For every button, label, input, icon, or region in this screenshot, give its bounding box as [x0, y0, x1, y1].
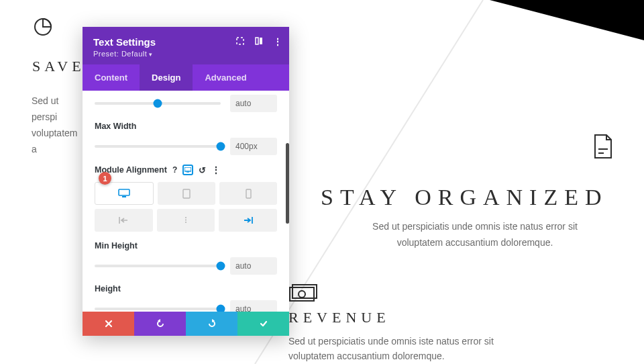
max-width-label: Max Width	[95, 122, 277, 131]
kebab-menu-icon[interactable]: ⋮	[273, 36, 282, 48]
min-height-input[interactable]: auto	[230, 257, 277, 275]
module-alignment-label: Module Alignment ? ↺ ⋮	[95, 165, 277, 175]
align-center-button[interactable]	[157, 209, 215, 232]
more-options-icon[interactable]: ⋮	[211, 167, 221, 173]
width-slider-truncated[interactable]	[95, 102, 221, 105]
svg-rect-9	[256, 38, 258, 44]
save-button[interactable]	[237, 312, 289, 336]
tab-content[interactable]: Content	[83, 64, 140, 91]
panel-footer	[83, 312, 289, 336]
tab-bar: Content Design Advanced	[83, 64, 289, 91]
cancel-button[interactable]	[83, 312, 134, 336]
svg-rect-15	[183, 189, 190, 198]
align-left-button[interactable]	[95, 209, 153, 232]
device-phone-button[interactable]	[219, 182, 277, 205]
text-settings-panel: Text Settings Preset: Default ⋮ Content …	[83, 27, 289, 336]
tab-advanced[interactable]: Advanced	[193, 64, 258, 91]
height-slider[interactable]	[95, 308, 221, 310]
tab-design[interactable]: Design	[140, 64, 193, 91]
panel-body: auto Max Width 400px Module Alignment ? …	[83, 91, 289, 312]
redo-button[interactable]	[186, 312, 237, 336]
save-body-text: Sed ut perspi voluptatem a	[32, 93, 85, 157]
min-height-label: Min Height	[95, 241, 277, 251]
help-icon[interactable]: ?	[172, 165, 177, 175]
annotation-badge-1: 1	[99, 172, 111, 185]
svg-rect-14	[122, 196, 126, 197]
height-input[interactable]: auto	[230, 300, 277, 312]
svg-point-6	[299, 291, 305, 298]
svg-rect-8	[237, 38, 244, 44]
expand-icon[interactable]	[235, 36, 245, 48]
undo-button[interactable]	[134, 312, 186, 336]
responsive-toggle-icon[interactable]	[182, 165, 193, 175]
width-value-truncated[interactable]: auto	[230, 95, 277, 112]
revenue-text: Sed ut perspiciatis unde omnis iste natu…	[288, 334, 517, 363]
pie-chart-icon	[32, 16, 54, 38]
panel-header[interactable]: Text Settings Preset: Default ⋮	[83, 27, 289, 64]
max-width-input[interactable]: 400px	[230, 138, 277, 155]
height-label: Height	[95, 284, 277, 293]
scrollbar-thumb[interactable]	[286, 143, 289, 224]
device-tablet-button[interactable]	[158, 182, 215, 205]
max-width-slider[interactable]	[95, 145, 221, 148]
svg-rect-10	[260, 38, 262, 44]
svg-rect-16	[246, 189, 251, 198]
preset-dropdown[interactable]: Preset: Default	[93, 50, 278, 58]
document-icon	[593, 134, 613, 158]
svg-rect-12	[186, 172, 189, 173]
alignment-row	[95, 209, 277, 232]
align-right-button[interactable]	[219, 209, 277, 232]
stay-organized-text: Sed ut perspiciatis unde omnis iste natu…	[354, 218, 596, 251]
device-desktop-button[interactable]	[95, 182, 154, 205]
stay-organized-heading: STAY ORGANIZED	[321, 185, 608, 210]
svg-rect-13	[119, 189, 129, 195]
device-selector-row	[95, 182, 277, 205]
money-icon	[288, 283, 318, 302]
svg-rect-11	[184, 167, 191, 171]
min-height-slider[interactable]	[95, 265, 221, 267]
revenue-heading: REVENUE	[288, 309, 390, 326]
reset-icon[interactable]: ↺	[199, 165, 206, 175]
snap-icon[interactable]	[254, 36, 264, 48]
